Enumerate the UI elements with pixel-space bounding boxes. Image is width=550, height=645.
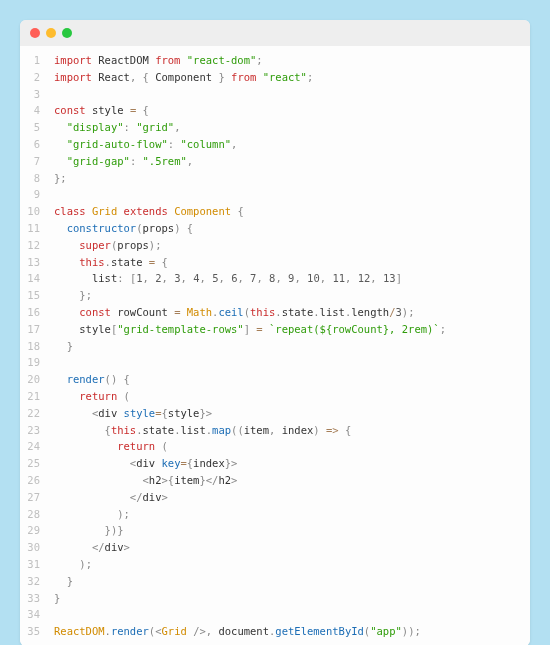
maximize-icon[interactable] bbox=[62, 28, 72, 38]
close-icon[interactable] bbox=[30, 28, 40, 38]
code-line: 10class Grid extends Component { bbox=[20, 203, 530, 220]
minimize-icon[interactable] bbox=[46, 28, 56, 38]
line-number: 5 bbox=[20, 119, 54, 136]
line-content: }; bbox=[54, 287, 92, 304]
line-number: 1 bbox=[20, 52, 54, 69]
line-number: 17 bbox=[20, 321, 54, 338]
line-number: 2 bbox=[20, 69, 54, 86]
line-content: style["grid-template-rows"] = `repeat(${… bbox=[54, 321, 446, 338]
code-line: 8}; bbox=[20, 170, 530, 187]
line-content: return ( bbox=[54, 438, 168, 455]
code-line: 23 {this.state.list.map((item, index) =>… bbox=[20, 422, 530, 439]
line-number: 28 bbox=[20, 506, 54, 523]
line-number: 25 bbox=[20, 455, 54, 472]
line-number: 27 bbox=[20, 489, 54, 506]
line-number: 23 bbox=[20, 422, 54, 439]
line-content: </div> bbox=[54, 539, 130, 556]
line-content: class Grid extends Component { bbox=[54, 203, 244, 220]
code-line: 12 super(props); bbox=[20, 237, 530, 254]
line-content: "display": "grid", bbox=[54, 119, 180, 136]
code-line: 28 ); bbox=[20, 506, 530, 523]
code-window: 1import ReactDOM from "react-dom";2impor… bbox=[20, 20, 530, 645]
code-line: 16 const rowCount = Math.ceil(this.state… bbox=[20, 304, 530, 321]
line-content: this.state = { bbox=[54, 254, 168, 271]
code-line: 14 list: [1, 2, 3, 4, 5, 6, 7, 8, 9, 10,… bbox=[20, 270, 530, 287]
code-line: 13 this.state = { bbox=[20, 254, 530, 271]
line-content: ReactDOM.render(<Grid />, document.getEl… bbox=[54, 623, 421, 640]
line-content: const rowCount = Math.ceil(this.state.li… bbox=[54, 304, 414, 321]
line-number: 30 bbox=[20, 539, 54, 556]
code-line: 17 style["grid-template-rows"] = `repeat… bbox=[20, 321, 530, 338]
code-line: 33} bbox=[20, 590, 530, 607]
line-content: list: [1, 2, 3, 4, 5, 6, 7, 8, 9, 10, 11… bbox=[54, 270, 402, 287]
code-line: 3 bbox=[20, 86, 530, 103]
code-line: 21 return ( bbox=[20, 388, 530, 405]
code-line: 25 <div key={index}> bbox=[20, 455, 530, 472]
line-content: return ( bbox=[54, 388, 130, 405]
line-number: 6 bbox=[20, 136, 54, 153]
code-line: 6 "grid-auto-flow": "column", bbox=[20, 136, 530, 153]
line-content: super(props); bbox=[54, 237, 162, 254]
line-content: import React, { Component } from "react"… bbox=[54, 69, 313, 86]
line-number: 34 bbox=[20, 606, 54, 623]
line-number: 19 bbox=[20, 354, 54, 371]
line-content: <div key={index}> bbox=[54, 455, 237, 472]
line-number: 32 bbox=[20, 573, 54, 590]
line-content: })} bbox=[54, 522, 124, 539]
line-content: } bbox=[54, 573, 73, 590]
code-line: 27 </div> bbox=[20, 489, 530, 506]
code-line: 5 "display": "grid", bbox=[20, 119, 530, 136]
code-line: 24 return ( bbox=[20, 438, 530, 455]
line-number: 24 bbox=[20, 438, 54, 455]
code-line: 19 bbox=[20, 354, 530, 371]
line-content: render() { bbox=[54, 371, 130, 388]
code-line: 30 </div> bbox=[20, 539, 530, 556]
line-content: {this.state.list.map((item, index) => { bbox=[54, 422, 351, 439]
line-number: 3 bbox=[20, 86, 54, 103]
code-line: 29 })} bbox=[20, 522, 530, 539]
code-line: 7 "grid-gap": ".5rem", bbox=[20, 153, 530, 170]
line-content: </div> bbox=[54, 489, 168, 506]
line-number: 20 bbox=[20, 371, 54, 388]
line-content: }; bbox=[54, 170, 67, 187]
line-number: 29 bbox=[20, 522, 54, 539]
line-content: ); bbox=[54, 506, 130, 523]
code-line: 18 } bbox=[20, 338, 530, 355]
line-number: 33 bbox=[20, 590, 54, 607]
line-content: const style = { bbox=[54, 102, 149, 119]
line-number: 31 bbox=[20, 556, 54, 573]
line-content: import ReactDOM from "react-dom"; bbox=[54, 52, 263, 69]
line-number: 10 bbox=[20, 203, 54, 220]
code-line: 32 } bbox=[20, 573, 530, 590]
line-number: 18 bbox=[20, 338, 54, 355]
code-line: 1import ReactDOM from "react-dom"; bbox=[20, 52, 530, 69]
code-line: 20 render() { bbox=[20, 371, 530, 388]
code-line: 22 <div style={style}> bbox=[20, 405, 530, 422]
line-number: 12 bbox=[20, 237, 54, 254]
line-number: 11 bbox=[20, 220, 54, 237]
code-line: 35ReactDOM.render(<Grid />, document.get… bbox=[20, 623, 530, 640]
line-number: 7 bbox=[20, 153, 54, 170]
code-line: 31 ); bbox=[20, 556, 530, 573]
code-line: 2import React, { Component } from "react… bbox=[20, 69, 530, 86]
line-number: 16 bbox=[20, 304, 54, 321]
code-line: 15 }; bbox=[20, 287, 530, 304]
line-number: 13 bbox=[20, 254, 54, 271]
line-number: 22 bbox=[20, 405, 54, 422]
line-number: 8 bbox=[20, 170, 54, 187]
line-number: 14 bbox=[20, 270, 54, 287]
line-content: } bbox=[54, 590, 60, 607]
line-number: 4 bbox=[20, 102, 54, 119]
line-content: "grid-gap": ".5rem", bbox=[54, 153, 193, 170]
line-content: "grid-auto-flow": "column", bbox=[54, 136, 237, 153]
line-number: 35 bbox=[20, 623, 54, 640]
line-number: 9 bbox=[20, 186, 54, 203]
code-editor[interactable]: 1import ReactDOM from "react-dom";2impor… bbox=[20, 46, 530, 645]
line-number: 26 bbox=[20, 472, 54, 489]
window-titlebar bbox=[20, 20, 530, 46]
line-content: <div style={style}> bbox=[54, 405, 212, 422]
line-number: 15 bbox=[20, 287, 54, 304]
code-line: 26 <h2>{item}</h2> bbox=[20, 472, 530, 489]
code-line: 34 bbox=[20, 606, 530, 623]
code-line: 4const style = { bbox=[20, 102, 530, 119]
